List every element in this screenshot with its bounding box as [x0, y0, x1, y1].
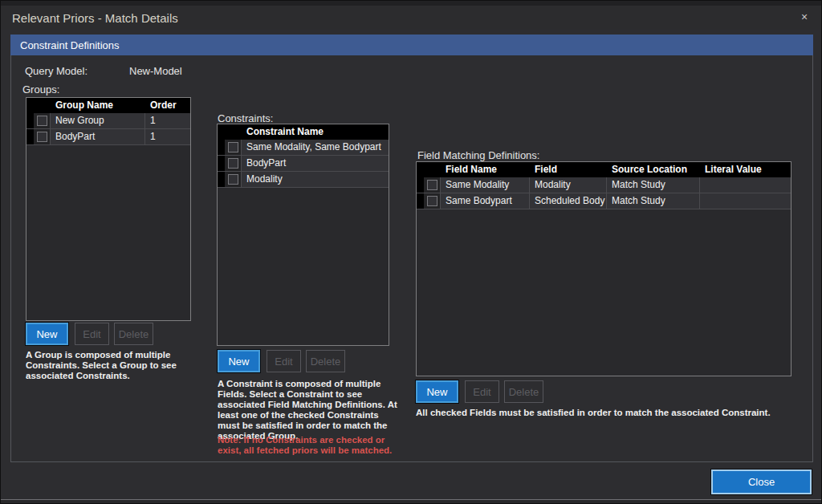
field-matching-caption: All checked Fields must be satisfied in …: [416, 408, 793, 418]
column-header-source-location: Source Location: [607, 162, 700, 177]
checkbox-cell: [424, 193, 441, 209]
source-location-cell[interactable]: Match Study: [607, 177, 700, 193]
column-header-field-name: Field Name: [441, 162, 530, 177]
header-checkbox-cell: [424, 162, 441, 177]
constraints-delete-button[interactable]: Delete: [306, 350, 345, 372]
constraints-caption: A Constraint is composed of multiple Fie…: [218, 379, 402, 441]
checkbox-cell: [225, 156, 242, 171]
table-row[interactable]: Same Bodypart Scheduled Body Part Match …: [417, 193, 791, 209]
group-name-cell[interactable]: BodyPart: [51, 129, 145, 144]
checkbox-cell: [225, 172, 242, 187]
literal-value-cell[interactable]: [700, 177, 791, 193]
row-checkbox[interactable]: [37, 132, 47, 142]
constraints-table: Constraint Name Same Modality, Same Body…: [217, 124, 389, 346]
column-header-constraint-name: Constraint Name: [242, 124, 389, 140]
section-header: Constraint Definitions: [10, 35, 813, 55]
field-cell[interactable]: Scheduled Body Part: [530, 193, 607, 209]
groups-delete-button[interactable]: Delete: [114, 323, 153, 345]
groups-new-button[interactable]: New: [26, 323, 68, 345]
group-name-cell[interactable]: New Group: [51, 113, 145, 128]
literal-value-cell[interactable]: [700, 193, 791, 209]
dialog-window: Relevant Priors - Match Details × Constr…: [0, 0, 822, 504]
query-model-label: Query Model:: [25, 65, 87, 77]
row-checkbox[interactable]: [37, 116, 47, 126]
checkbox-cell: [34, 129, 51, 144]
row-selector[interactable]: [218, 140, 225, 155]
checkbox-cell: [424, 177, 441, 193]
field-cell[interactable]: Modality: [530, 177, 607, 193]
source-location-cell[interactable]: Match Study: [607, 193, 700, 209]
column-header-order: Order: [145, 98, 190, 113]
groups-edit-button[interactable]: Edit: [75, 323, 109, 345]
field-matching-new-button[interactable]: New: [416, 380, 458, 403]
row-selector[interactable]: [26, 113, 34, 128]
row-checkbox[interactable]: [228, 158, 238, 169]
field-name-cell[interactable]: Same Modality: [441, 177, 530, 193]
constraints-new-button[interactable]: New: [218, 350, 260, 372]
section-title: Constraint Definitions: [20, 39, 120, 51]
constraints-edit-button[interactable]: Edit: [267, 350, 301, 372]
table-row[interactable]: New Group 1: [26, 113, 190, 129]
constraint-name-cell[interactable]: BodyPart: [242, 156, 389, 171]
constraints-note: Note: If no Constraints are checked or e…: [218, 435, 410, 456]
field-matching-label: Field Matching Definitions:: [417, 149, 539, 161]
group-order-cell[interactable]: 1: [145, 113, 190, 128]
group-order-cell[interactable]: 1: [145, 129, 190, 144]
column-header-field: Field: [530, 162, 607, 177]
window-title: Relevant Priors - Match Details: [1, 11, 178, 25]
column-header-literal-value: Literal Value: [700, 162, 791, 177]
field-matching-table-header: Field Name Field Source Location Literal…: [417, 162, 791, 177]
header-selector-cell: [26, 98, 34, 113]
close-button[interactable]: Close: [711, 469, 812, 494]
constraints-label: Constraints:: [218, 112, 273, 124]
row-checkbox[interactable]: [427, 180, 437, 190]
field-matching-delete-button[interactable]: Delete: [504, 380, 543, 403]
row-selector[interactable]: [417, 177, 424, 193]
header-checkbox-cell: [34, 98, 51, 113]
row-checkbox[interactable]: [427, 196, 437, 206]
header-selector-cell: [218, 124, 225, 140]
row-selector[interactable]: [218, 172, 225, 187]
header-selector-cell: [417, 162, 424, 177]
row-checkbox[interactable]: [228, 142, 238, 152]
table-row[interactable]: BodyPart: [218, 156, 389, 172]
checkbox-cell: [34, 113, 51, 128]
field-matching-table: Field Name Field Source Location Literal…: [416, 161, 791, 376]
query-model-value: New-Model: [129, 65, 182, 77]
field-name-cell[interactable]: Same Bodypart: [441, 193, 530, 209]
window-bottom-strip: [1, 500, 822, 504]
header-checkbox-cell: [225, 124, 242, 140]
constraint-name-cell[interactable]: Modality: [242, 172, 389, 187]
table-row[interactable]: BodyPart 1: [26, 129, 190, 145]
groups-table-header: Group Name Order: [26, 98, 190, 113]
window-close-icon[interactable]: ×: [796, 8, 813, 26]
constraint-name-cell[interactable]: Same Modality, Same Bodypart: [242, 140, 389, 155]
table-row[interactable]: Modality: [218, 172, 389, 188]
checkbox-cell: [225, 140, 242, 155]
groups-label: Groups:: [22, 83, 59, 96]
table-row[interactable]: Same Modality Modality Match Study: [417, 177, 791, 193]
row-selector[interactable]: [26, 129, 34, 144]
column-header-group-name: Group Name: [51, 98, 145, 113]
groups-table: Group Name Order New Group 1 BodyPart 1: [26, 97, 191, 321]
row-selector[interactable]: [417, 193, 424, 209]
row-checkbox[interactable]: [228, 174, 238, 185]
table-row[interactable]: Same Modality, Same Bodypart: [218, 140, 389, 156]
title-bar: Relevant Priors - Match Details: [1, 1, 821, 30]
constraints-table-header: Constraint Name: [218, 124, 389, 140]
field-matching-edit-button[interactable]: Edit: [465, 380, 499, 403]
groups-caption: A Group is composed of multiple Constrai…: [26, 350, 201, 381]
row-selector[interactable]: [218, 156, 225, 171]
